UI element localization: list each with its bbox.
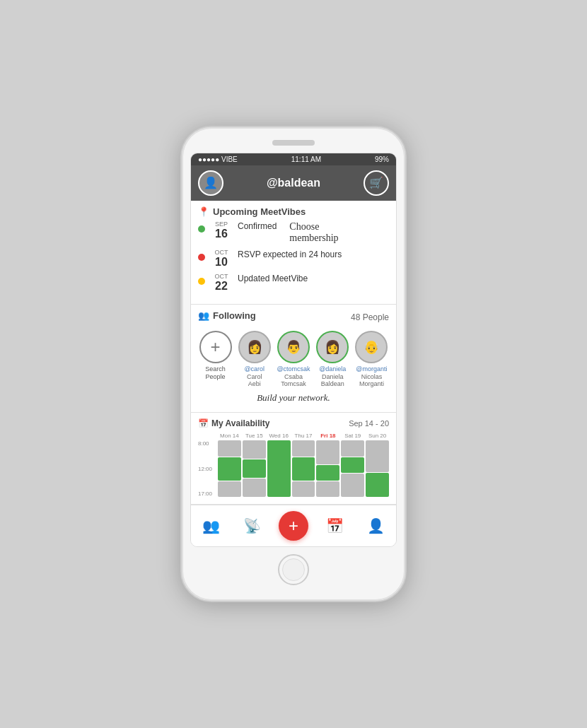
day-label-sun: Sun 20 [366, 433, 389, 439]
meetvibe-item-2[interactable]: Oct 10 RSVP expected in 24 hours [198, 249, 389, 269]
people-icon: 👥 [198, 310, 209, 321]
status-dot-red [198, 254, 205, 261]
nav-people[interactable]: 👥 [197, 516, 226, 536]
following-count: 48 People [351, 312, 389, 322]
y-axis-labels: 8:00 12:00 17:00 [198, 440, 216, 497]
availability-header: 📅 My Availability Sep 14 - 20 [198, 418, 389, 428]
bar-tue-3 [243, 479, 266, 497]
person-ctomcsak[interactable]: 👨 @ctomcsak CsabaTomcsak [276, 331, 310, 388]
morganti-avatar: 👴 [355, 331, 388, 363]
day-label-sat: Sat 19 [341, 433, 364, 439]
morganti-name: NicolasMorganti [359, 373, 384, 389]
nav-add-button[interactable]: + [279, 511, 308, 541]
username-label: @baldean [229, 177, 358, 189]
bar-sat-1 [341, 440, 364, 456]
build-network-text: Build your network. [198, 388, 389, 406]
following-section: 👥 Following 48 People + SearchPeople 👩 @… [191, 305, 396, 413]
person-daniela[interactable]: 👩 @daniela DanielaBaldean [315, 331, 350, 388]
profile-nav-icon: 👤 [367, 517, 385, 534]
ctomcsak-name: CsabaTomcsak [281, 373, 306, 389]
daniela-handle: @daniela [319, 365, 346, 373]
day-label-fri: Fri 18 [316, 433, 339, 439]
search-people-label: SearchPeople [205, 365, 226, 381]
following-header: 👥 Following 48 People [198, 310, 389, 325]
status-bar: ●●●●● VIBE 11:11 AM 99% [191, 153, 396, 165]
calendar-nav-icon: 📅 [326, 517, 344, 534]
y-label-1200: 12:00 [198, 466, 216, 472]
meetvibe-text-2: RSVP expected in 24 hours [238, 249, 342, 261]
people-row: + SearchPeople 👩 @carol CarolAebi 👨 @cto… [198, 331, 389, 388]
nav-profile[interactable]: 👤 [361, 516, 390, 536]
y-label-1700: 17:00 [198, 491, 216, 497]
plus-icon: + [289, 516, 298, 536]
person-morganti[interactable]: 👴 @morganti NicolasMorganti [354, 331, 389, 388]
chart-col-tue [243, 440, 266, 497]
bar-mon-2 [218, 457, 241, 481]
ctomcsak-avatar: 👨 [277, 331, 310, 363]
morganti-handle: @morganti [356, 365, 387, 373]
bar-thu-3 [292, 481, 315, 497]
person-carol[interactable]: 👩 @carol CarolAebi [237, 331, 272, 388]
user-avatar[interactable]: 👤 [198, 170, 223, 196]
add-people-button[interactable]: + [199, 331, 232, 363]
phone-screen: ●●●●● VIBE 11:11 AM 99% 👤 @baldean 🛒 📍 U… [190, 153, 397, 548]
chart-col-thu [292, 440, 315, 497]
meetvibe-text-3: Updated MeetVibe [238, 274, 308, 285]
chart-bars [218, 440, 389, 497]
nav-calendar[interactable]: 📅 [320, 516, 349, 536]
chart-day-labels: Mon 14 Tue 15 Wed 16 Thu 17 Fri 18 Sat 1… [198, 433, 389, 439]
phone-speaker [272, 140, 315, 146]
nav-feed[interactable]: 📡 [238, 516, 267, 536]
availability-section: 📅 My Availability Sep 14 - 20 Mon 14 Tue… [191, 413, 396, 505]
day-label-thu: Thu 17 [292, 433, 315, 439]
home-button[interactable] [278, 554, 309, 585]
status-dot-yellow [198, 278, 205, 285]
upcoming-title: 📍 Upcoming MeetVibes [198, 206, 389, 217]
chart-col-fri [316, 440, 339, 497]
day-label-mon: Mon 14 [218, 433, 241, 439]
chart-col-sun [366, 440, 389, 497]
search-people-item[interactable]: + SearchPeople [198, 331, 233, 381]
bar-sat-3 [341, 474, 364, 497]
day-label-wed: Wed 16 [267, 433, 291, 439]
chart-col-mon [218, 440, 241, 497]
bar-fri-1 [316, 440, 339, 464]
bar-fri-2 [316, 465, 339, 481]
app-header: 👤 @baldean 🛒 [191, 165, 396, 201]
carol-avatar: 👩 [238, 331, 271, 363]
chart-col-wed [267, 440, 291, 497]
location-icon: 📍 [198, 206, 209, 217]
bar-fri-3 [316, 481, 339, 497]
time-display: 11:11 AM [291, 155, 321, 163]
upcoming-meetvibes-section: 📍 Upcoming MeetVibes SEP 16 Confirmed Ch… [191, 201, 396, 305]
bar-sun-2 [366, 473, 389, 497]
meetvibe-text-1: Confirmed [238, 221, 277, 233]
daniela-name: DanielaBaldean [321, 373, 344, 389]
y-label-800: 8:00 [198, 440, 216, 447]
meetvibe-item-1[interactable]: SEP 16 Confirmed Choosemembership [198, 221, 389, 244]
date-badge-3: OCT 22 [211, 274, 232, 293]
meetvibe-item-3[interactable]: OCT 22 Updated MeetVibe [198, 274, 389, 293]
annotation-choose-membership: Choosemembership [289, 221, 338, 244]
home-button-inner [282, 558, 305, 581]
people-nav-icon: 👥 [202, 517, 220, 534]
status-dot-green [198, 225, 205, 233]
battery-info: 99% [375, 155, 389, 163]
availability-title: 📅 My Availability [198, 418, 269, 428]
daniela-avatar: 👩 [316, 331, 349, 363]
ctomcsak-handle: @ctomcsak [277, 365, 310, 373]
bar-tue-1 [243, 440, 266, 459]
bar-mon-3 [218, 481, 241, 497]
bar-tue-2 [243, 459, 266, 478]
cart-button[interactable]: 🛒 [364, 170, 389, 196]
bar-sun-1 [366, 440, 389, 472]
bottom-navigation: 👥 📡 + 📅 👤 [191, 505, 396, 546]
carol-name: CarolAebi [247, 373, 262, 389]
bar-thu-2 [292, 457, 315, 481]
calendar-icon: 📅 [198, 418, 209, 428]
availability-date-range: Sep 14 - 20 [349, 419, 389, 428]
feed-nav-icon: 📡 [243, 517, 261, 534]
following-title: 👥 Following [198, 310, 256, 321]
chart-col-sat [341, 440, 364, 497]
date-badge-2: Oct 10 [211, 249, 232, 269]
